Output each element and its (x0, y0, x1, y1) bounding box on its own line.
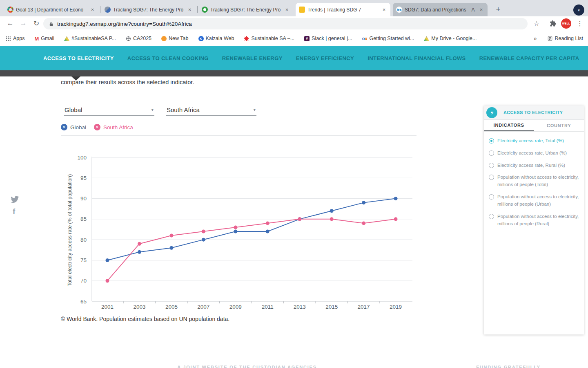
svg-text:2009: 2009 (229, 304, 242, 310)
panel-header: ACCESS TO ELECTRICITY (484, 105, 584, 120)
trend-chart[interactable]: 6570758085909510020012003200520072009201… (61, 142, 421, 318)
red-flower-icon (244, 36, 249, 41)
region-select[interactable]: Global ▾ (64, 104, 154, 116)
bookmarks-overflow-icon[interactable]: » (534, 35, 537, 42)
indicator-label: Population without access to electricity… (497, 174, 579, 188)
indicator-list: Electricity access rate, Total (%) Elect… (484, 132, 584, 227)
forward-icon[interactable]: → (18, 18, 29, 29)
browser-tab-trackingsdg7-1[interactable]: Tracking SDG7: The Energy Pro × (101, 3, 196, 16)
extensions-puzzle-icon[interactable] (548, 18, 558, 29)
bookmark-apps[interactable]: Apps (6, 36, 25, 41)
bookmark-sustainable-sa[interactable]: Sustainable SA –... (244, 36, 294, 41)
browser-tab-goal13[interactable]: Goal 13 | Department of Econo × (4, 3, 99, 16)
bookmark-getting-started[interactable]: ox Getting Started wi... (362, 36, 414, 41)
remove-global-icon[interactable]: × (61, 124, 67, 130)
svg-text:2007: 2007 (197, 304, 209, 310)
footer-custodian-text: A JOINT WEBSITE OF THE CUSTODIAN AGENCIE… (155, 365, 339, 368)
y-axis-label: Total electricity access rate (% of tota… (67, 174, 73, 286)
bookmark-slack[interactable]: # Slack | general |... (304, 36, 352, 41)
radio-icon[interactable] (489, 163, 494, 168)
tab-close-icon[interactable]: × (478, 7, 484, 13)
indicator-option-pop-rural[interactable]: Population without access to electricity… (489, 213, 579, 228)
chip-global: × Global (61, 124, 86, 130)
remove-south-africa-icon[interactable]: × (94, 124, 100, 130)
radio-icon[interactable] (489, 175, 494, 180)
extension-well-badge[interactable]: WELL (561, 18, 571, 29)
tab-close-icon[interactable]: × (89, 7, 96, 13)
radio-icon[interactable] (489, 214, 494, 219)
tab-divider (197, 6, 198, 13)
electricity-bolt-icon (486, 107, 497, 118)
bookmark-sustainablesa-doc[interactable]: #SustainableSA P... (64, 36, 116, 41)
nav-access-to-clean-cooking[interactable]: ACCESS TO CLEAN COOKING (127, 55, 209, 61)
slack-icon: # (304, 36, 310, 41)
globe-favicon (105, 7, 111, 13)
apps-grid-icon (6, 36, 11, 41)
browser-tab-trackingsdg7-2[interactable]: Tracking SDG7: The Energy Pro × (198, 3, 293, 16)
nav-energy-efficiency[interactable]: ENERGY EFFICIENCY (296, 55, 354, 61)
back-icon[interactable]: ← (5, 18, 16, 29)
country-select[interactable]: South Africa ▾ (166, 104, 256, 116)
site-nav: ACCESS TO ELECTRICITY ACCESS TO CLEAN CO… (0, 46, 588, 70)
radio-icon[interactable] (489, 150, 494, 156)
lock-icon (49, 21, 53, 27)
bookmark-gmail[interactable]: M Gmail (35, 36, 55, 42)
intro-text: compare their results across the selecte… (61, 79, 194, 85)
divider (542, 35, 542, 42)
tab-title: Tracking SDG7: The Energy Pro (113, 7, 184, 13)
tab-divider (100, 6, 100, 13)
nav-renewable-energy[interactable]: RENEWABLE ENERGY (222, 55, 283, 61)
chip-label: South Africa (103, 124, 133, 130)
trend-chart-svg[interactable]: 6570758085909510020012003200520072009201… (61, 142, 421, 318)
browser-tab-active-trends[interactable]: Trends | Tracking SDG 7 × (296, 3, 390, 16)
indicator-option-total-pct[interactable]: Electricity access rate, Total (%) (489, 137, 579, 145)
reload-icon[interactable]: ↻ (31, 18, 42, 29)
country-select-value: South Africa (167, 106, 200, 113)
facebook-icon[interactable]: f (13, 207, 15, 216)
browser-tab-iea[interactable]: iea SDG7: Data and Projections – A × (393, 3, 488, 16)
divider (61, 135, 416, 136)
indicator-option-rural-pct[interactable]: Electricity access rate, Rural (%) (489, 162, 579, 169)
tab-country[interactable]: COUNTRY (534, 120, 584, 131)
address-bar[interactable]: trackingsdg7.esmap.org/time?country=Sout… (43, 18, 528, 29)
drive-triangle-icon (424, 36, 429, 41)
radio-selected-icon[interactable] (489, 138, 494, 144)
bookmark-kaizala[interactable]: K Kaizala Web (198, 36, 234, 41)
browser-menu-icon[interactable]: ⋮ (575, 18, 585, 29)
indicator-option-urban-pct[interactable]: Electricity access rate, Urban (%) (489, 150, 579, 157)
reading-list-label: Reading List (555, 36, 584, 41)
tab-close-icon[interactable]: × (381, 7, 387, 13)
new-tab-button[interactable]: + (492, 4, 504, 15)
bookmark-new-tab[interactable]: New Tab (161, 36, 188, 41)
bookmark-my-drive[interactable]: My Drive - Google... (424, 36, 477, 41)
ox-icon: ox (362, 36, 368, 41)
svg-text:65: 65 (80, 298, 87, 305)
svg-text:100: 100 (77, 155, 87, 161)
indicator-label: Electricity access rate, Urban (%) (497, 150, 567, 157)
profile-avatar[interactable]: ▾ (573, 4, 584, 16)
svg-text:2001: 2001 (101, 304, 114, 310)
reading-list-icon (547, 36, 553, 41)
bookmark-label: Kaizala Web (206, 36, 234, 41)
svg-text:2011: 2011 (262, 304, 274, 310)
tab-indicators[interactable]: INDICATORS (484, 120, 534, 131)
source-note: © World Bank. Population estimates based… (61, 316, 229, 322)
indicator-label: Electricity access rate, Rural (%) (497, 162, 565, 169)
bookmark-star-icon[interactable]: ☆ (532, 18, 541, 29)
bookmark-ca2025[interactable]: CA2025 (126, 36, 151, 41)
tab-close-icon[interactable]: × (284, 7, 290, 13)
nav-international-financial-flows[interactable]: INTERNATIONAL FINANCIAL FLOWS (368, 55, 466, 61)
tab-title: SDG7: Data and Projections – A (405, 7, 476, 13)
reading-list-button[interactable]: Reading List (547, 36, 584, 41)
yellow-square-favicon (299, 7, 305, 13)
nav-renewable-capacity-per-capita[interactable]: RENEWABLE CAPACITY PER CAPITA (479, 55, 579, 61)
twitter-icon[interactable] (11, 196, 19, 204)
nav-access-to-electricity[interactable]: ACCESS TO ELECTRICITY (43, 55, 114, 61)
indicator-label: Population without access to electricity… (497, 193, 579, 208)
bookmark-label: CA2025 (133, 36, 151, 41)
indicator-option-pop-urban[interactable]: Population without access to electricity… (489, 193, 579, 208)
svg-text:85: 85 (80, 216, 87, 222)
tab-close-icon[interactable]: × (187, 7, 193, 13)
radio-icon[interactable] (489, 194, 494, 200)
indicator-option-pop-total[interactable]: Population without access to electricity… (489, 174, 579, 188)
